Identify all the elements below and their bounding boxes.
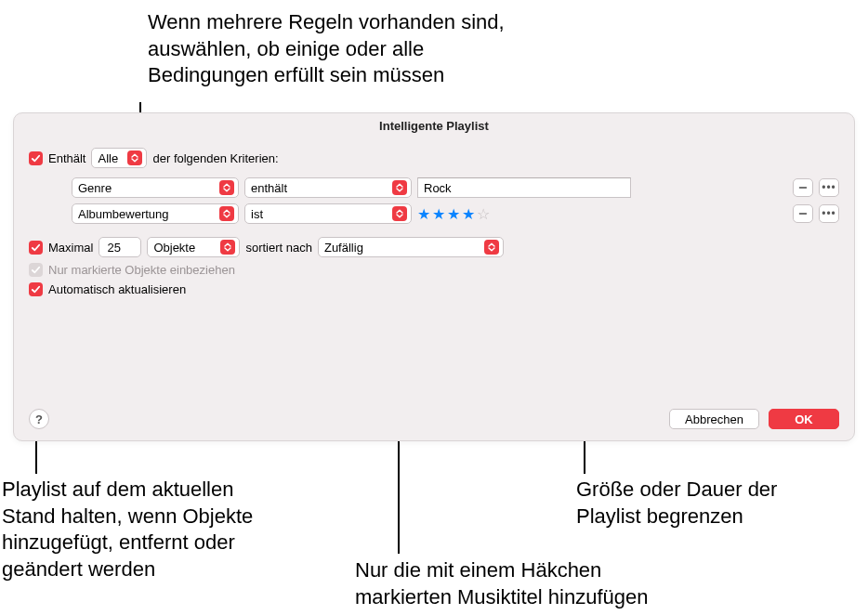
check-icon (31, 242, 41, 253)
dialog-footer: Abbrechen OK (669, 409, 839, 429)
select-value: Alle (98, 151, 124, 165)
callout-checked-only: Nur die mit einem Häkchen markierten Mus… (355, 557, 648, 610)
rule-op-select[interactable]: enthält (244, 177, 412, 198)
limit-value-field[interactable] (99, 237, 141, 257)
limit-checkbox[interactable] (29, 241, 43, 255)
dialog-title: Intelligente Playlist (14, 113, 854, 138)
limit-label: Maximal (48, 241, 93, 255)
rule-field-select[interactable]: Genre (72, 177, 239, 198)
chevrons-icon (392, 180, 407, 195)
check-icon (31, 265, 41, 275)
live-update-label: Automatisch aktualisieren (48, 282, 186, 296)
match-any-all-select[interactable]: Alle (91, 148, 147, 168)
limit-unit-select[interactable]: Objekte (147, 237, 240, 257)
chevrons-icon (219, 180, 234, 195)
match-checkbox[interactable] (29, 151, 43, 165)
rule-field-select[interactable]: Albumbewertung (72, 203, 239, 224)
chevrons-icon (484, 240, 499, 255)
rule-more-button[interactable]: ••• (819, 178, 839, 197)
rule-more-button[interactable]: ••• (819, 204, 839, 223)
select-value: ist (251, 207, 388, 221)
callout-limit: Größe oder Dauer der Playlist begrenzen (576, 477, 777, 530)
sort-by-select[interactable]: Zufällig (318, 237, 504, 257)
chevrons-icon (392, 206, 407, 221)
callout-match-logic: Wenn mehrere Regeln vorhanden sind, ausw… (148, 9, 505, 89)
ok-button[interactable]: OK (769, 409, 839, 429)
chevrons-icon (127, 150, 142, 165)
rule-row: Genre enthält Rock ••• (72, 177, 839, 198)
checked-only-checkbox[interactable] (29, 263, 43, 277)
rule-op-select[interactable]: ist (244, 203, 412, 224)
match-suffix-label: der folgenden Kriterien: (152, 151, 278, 165)
checked-only-label: Nur markierte Objekte einbeziehen (48, 263, 235, 277)
match-prefix-label: Enthält (48, 151, 85, 165)
check-icon (31, 284, 41, 294)
remove-rule-button[interactable] (793, 178, 813, 197)
live-update-checkbox[interactable] (29, 282, 43, 296)
rule-value-field[interactable]: Rock (417, 177, 631, 198)
select-value: Genre (78, 181, 216, 195)
select-value: Zufällig (324, 241, 480, 255)
minus-icon (798, 209, 808, 218)
remove-rule-button[interactable] (793, 204, 813, 223)
chevrons-icon (219, 206, 234, 221)
rule-rating-stars[interactable]: ★★★★☆ (417, 205, 492, 223)
check-icon (31, 153, 41, 164)
help-button[interactable]: ? (29, 409, 49, 429)
limit-value-input[interactable] (105, 240, 137, 255)
smart-playlist-dialog: Intelligente Playlist Enthält Alle der f… (13, 112, 855, 441)
question-mark-icon: ? (35, 412, 43, 426)
cancel-button[interactable]: Abbrechen (669, 409, 759, 429)
dialog-content: Enthält Alle der folgenden Kriterien: Ge… (14, 138, 854, 313)
select-value: Albumbewertung (78, 207, 216, 221)
rule-row: Albumbewertung ist ★★★★☆ ••• (72, 203, 839, 224)
minus-icon (798, 183, 808, 192)
rule-value-text: Rock (424, 181, 452, 195)
chevrons-icon (220, 240, 235, 255)
select-value: enthält (251, 181, 388, 195)
sort-by-label: sortiert nach (245, 241, 312, 255)
select-value: Objekte (153, 241, 217, 255)
callout-live-update: Playlist auf dem aktuellen Stand halten,… (2, 477, 253, 582)
